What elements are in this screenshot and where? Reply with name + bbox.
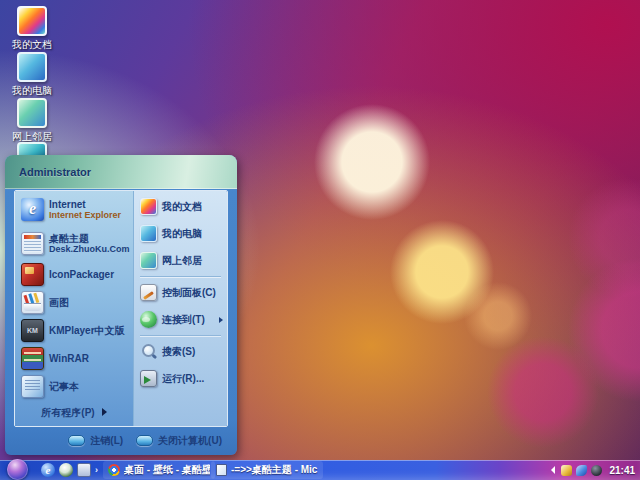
desktop-icon-my-computer[interactable]: 我的电脑 (2, 52, 62, 96)
my-documents-icon (17, 6, 47, 36)
system-tray: 21:41 (546, 460, 640, 480)
all-programs-arrow-icon (102, 408, 107, 416)
menu-item-control-panel[interactable]: 控制面板(C) (134, 279, 227, 306)
menu-item-subtitle: Internet Explorer (49, 210, 121, 220)
desktop-icon-network-places[interactable]: 网上邻居 (2, 98, 62, 142)
desktop-wallpaper: 我的文档 我的电脑 网上邻居 Administrator Internet In… (0, 0, 640, 480)
menu-item-label: 我的文档 (162, 201, 202, 212)
quicklaunch-show-desktop-icon[interactable] (77, 463, 91, 477)
network-places-icon (140, 252, 157, 269)
menu-item-title: 桌酷主题 (49, 233, 129, 244)
places-column: 我的文档 我的电脑 网上邻居 控制面板(C) 连接到(T) (133, 191, 227, 426)
menu-item-search[interactable]: 搜索(S) (134, 338, 227, 365)
submenu-arrow-icon (219, 317, 223, 323)
shut-down-label: 关闭计算机(U) (158, 435, 222, 446)
menu-item-label: 网上邻居 (162, 255, 202, 266)
task-button-label: 桌面 - 壁纸 - 桌酷壁... (124, 463, 210, 477)
kmplayer-icon (21, 319, 44, 342)
run-icon (140, 370, 157, 387)
menu-item-title: WinRAR (49, 353, 89, 364)
log-off-button[interactable]: 注销(L) (68, 435, 123, 446)
start-menu: Administrator Internet Internet Explorer… (5, 155, 237, 455)
network-places-icon (17, 98, 47, 128)
menu-item-title: 画图 (49, 297, 69, 308)
menu-item-network-places[interactable]: 网上邻居 (134, 247, 227, 274)
task-button-label: -=>>桌酷主题 - Mic... (231, 463, 318, 477)
menu-item-title: IconPackager (49, 269, 114, 280)
taskbar: › 桌面 - 壁纸 - 桌酷壁... -=>>桌酷主题 - Mic... 21:… (0, 460, 640, 480)
my-computer-icon (17, 52, 47, 82)
quicklaunch-browser-icon[interactable] (59, 463, 73, 477)
start-menu-footer: 注销(L) 关闭计算机(U) (5, 428, 237, 452)
all-programs-label: 所有程序(P) (41, 407, 94, 418)
desktop-icon-label: 网上邻居 (2, 131, 62, 142)
menu-item-internet[interactable]: Internet Internet Explorer (15, 192, 133, 226)
menu-item-title: 记事本 (49, 381, 79, 392)
tray-icon-3[interactable] (591, 465, 602, 476)
start-menu-header: Administrator (5, 155, 237, 189)
start-menu-columns: Internet Internet Explorer 桌酷主题 Desk.Zhu… (14, 190, 228, 427)
menu-item-label: 搜索(S) (162, 346, 195, 357)
pinned-programs-column: Internet Internet Explorer 桌酷主题 Desk.Zhu… (15, 191, 133, 426)
connect-to-icon (140, 311, 157, 328)
quicklaunch-ie-icon[interactable] (41, 463, 55, 477)
task-button-wallpaper[interactable]: 桌面 - 壁纸 - 桌酷壁... (103, 461, 215, 479)
menu-item-paint[interactable]: 画图 (15, 288, 133, 316)
desktop-icon-label: 我的电脑 (2, 85, 62, 96)
menu-item-subtitle: Desk.ZhuoKu.Com (49, 244, 129, 254)
menu-item-iconpackager[interactable]: IconPackager (15, 260, 133, 288)
search-icon (140, 343, 157, 360)
menu-item-my-documents[interactable]: 我的文档 (134, 193, 227, 220)
shut-down-icon (136, 435, 153, 446)
menu-item-my-computer[interactable]: 我的电脑 (134, 220, 227, 247)
menu-item-label: 控制面板(C) (162, 287, 216, 298)
menu-item-zhuoku-theme[interactable]: 桌酷主题 Desk.ZhuoKu.Com (15, 226, 133, 260)
quicklaunch-expand-icon[interactable]: › (95, 465, 103, 475)
paint-icon (21, 291, 44, 314)
my-computer-icon (140, 225, 157, 242)
notepad-icon (21, 375, 44, 398)
menu-separator (140, 276, 221, 277)
shut-down-button[interactable]: 关闭计算机(U) (136, 435, 222, 446)
task-button-theme[interactable]: -=>>桌酷主题 - Mic... (211, 461, 323, 479)
menu-item-title: KMPlayer中文版 (49, 325, 125, 336)
browser-icon (108, 464, 120, 476)
menu-item-kmplayer[interactable]: KMPlayer中文版 (15, 316, 133, 344)
menu-item-run[interactable]: 运行(R)... (134, 365, 227, 392)
control-panel-icon (140, 284, 157, 301)
tray-icon-1[interactable] (561, 465, 572, 476)
menu-item-label: 连接到(T) (162, 314, 205, 325)
internet-explorer-icon (21, 198, 44, 221)
my-documents-icon (140, 198, 157, 215)
menu-item-connect-to[interactable]: 连接到(T) (134, 306, 227, 333)
menu-item-label: 我的电脑 (162, 228, 202, 239)
clock: 21:41 (609, 465, 635, 476)
iconpackager-icon (21, 263, 44, 286)
zhuoku-theme-icon (21, 232, 44, 255)
user-name: Administrator (19, 166, 91, 178)
all-programs-button[interactable]: 所有程序(P) (15, 402, 133, 422)
winrar-icon (21, 347, 44, 370)
log-off-icon (68, 435, 85, 446)
menu-item-winrar[interactable]: WinRAR (15, 344, 133, 372)
menu-item-title: Internet (49, 199, 121, 210)
desktop-icon-label: 我的文档 (2, 39, 62, 50)
menu-separator (140, 335, 221, 336)
log-off-label: 注销(L) (90, 435, 123, 446)
menu-item-notepad[interactable]: 记事本 (15, 372, 133, 400)
tray-collapse-arrow-icon[interactable] (551, 466, 555, 474)
document-icon (216, 464, 227, 476)
desktop-icon-my-documents[interactable]: 我的文档 (2, 6, 62, 50)
tray-icon-2[interactable] (576, 465, 587, 476)
start-button[interactable] (7, 459, 28, 480)
menu-item-label: 运行(R)... (162, 373, 204, 384)
